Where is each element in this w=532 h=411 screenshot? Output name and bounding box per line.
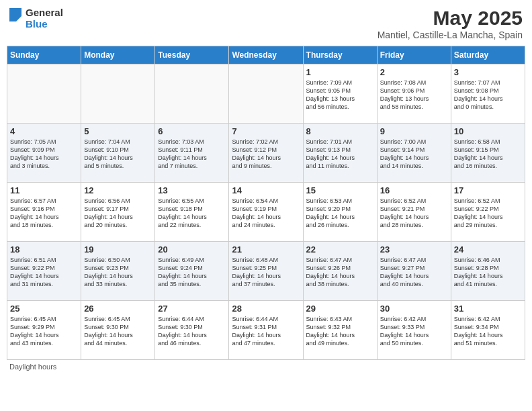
day-info: Sunrise: 7:03 AMSunset: 9:11 PMDaylight:… <box>158 138 226 171</box>
page-header: General Blue May 2025 Mantiel, Castille-… <box>7 7 525 40</box>
day-number: 11 <box>10 185 78 195</box>
day-number: 18 <box>10 244 78 255</box>
day-number: 7 <box>232 126 300 136</box>
calendar-cell <box>155 64 229 124</box>
day-number: 13 <box>158 185 226 195</box>
calendar-cell: 23Sunrise: 6:47 AMSunset: 9:27 PMDayligh… <box>377 242 451 301</box>
day-info: Sunrise: 7:09 AMSunset: 9:05 PMDaylight:… <box>306 79 374 111</box>
day-info: Sunrise: 6:48 AMSunset: 9:25 PMDaylight:… <box>232 256 300 289</box>
calendar-cell: 4Sunrise: 7:05 AMSunset: 9:09 PMDaylight… <box>7 124 81 183</box>
day-number: 5 <box>84 126 152 136</box>
calendar-cell: 13Sunrise: 6:55 AMSunset: 9:18 PMDayligh… <box>155 183 229 242</box>
day-number: 22 <box>306 244 374 255</box>
calendar-table: SundayMondayTuesdayWednesdayThursdayFrid… <box>7 46 525 360</box>
day-number: 16 <box>380 185 448 195</box>
calendar-cell: 12Sunrise: 6:56 AMSunset: 9:17 PMDayligh… <box>81 183 155 242</box>
day-of-week-header: Wednesday <box>229 46 303 64</box>
calendar-cell: 2Sunrise: 7:08 AMSunset: 9:06 PMDaylight… <box>377 64 451 124</box>
calendar-cell: 9Sunrise: 7:00 AMSunset: 9:14 PMDaylight… <box>377 124 451 183</box>
calendar-cell: 18Sunrise: 6:51 AMSunset: 9:22 PMDayligh… <box>7 242 81 301</box>
day-info: Sunrise: 6:53 AMSunset: 9:20 PMDaylight:… <box>306 197 374 230</box>
day-info: Sunrise: 6:46 AMSunset: 9:28 PMDaylight:… <box>454 256 522 289</box>
day-info: Sunrise: 6:45 AMSunset: 9:30 PMDaylight:… <box>84 315 152 348</box>
day-number: 4 <box>10 126 78 136</box>
day-number: 31 <box>454 304 522 314</box>
day-info: Sunrise: 6:42 AMSunset: 9:34 PMDaylight:… <box>454 315 522 348</box>
day-info: Sunrise: 6:52 AMSunset: 9:22 PMDaylight:… <box>454 197 522 230</box>
day-info: Sunrise: 6:57 AMSunset: 9:16 PMDaylight:… <box>10 197 78 230</box>
calendar-cell: 29Sunrise: 6:43 AMSunset: 9:32 PMDayligh… <box>303 301 377 360</box>
calendar-cell: 28Sunrise: 6:44 AMSunset: 9:31 PMDayligh… <box>229 301 303 360</box>
day-info: Sunrise: 6:42 AMSunset: 9:33 PMDaylight:… <box>380 315 448 348</box>
title-area: May 2025 Mantiel, Castille-La Mancha, Sp… <box>378 7 523 40</box>
calendar-cell: 5Sunrise: 7:04 AMSunset: 9:10 PMDaylight… <box>81 124 155 183</box>
day-info: Sunrise: 6:47 AMSunset: 9:27 PMDaylight:… <box>380 256 448 289</box>
calendar-cell: 11Sunrise: 6:57 AMSunset: 9:16 PMDayligh… <box>7 183 81 242</box>
day-number: 29 <box>306 304 374 314</box>
day-number: 10 <box>454 126 522 136</box>
day-info: Sunrise: 6:58 AMSunset: 9:15 PMDaylight:… <box>454 138 522 171</box>
calendar-cell: 7Sunrise: 7:02 AMSunset: 9:12 PMDaylight… <box>229 124 303 183</box>
day-info: Sunrise: 7:05 AMSunset: 9:09 PMDaylight:… <box>10 138 78 171</box>
logo: General Blue <box>9 7 63 30</box>
month-title: May 2025 <box>378 7 523 30</box>
day-of-week-header: Friday <box>377 46 451 64</box>
day-of-week-header: Monday <box>81 46 155 64</box>
day-number: 8 <box>306 126 374 136</box>
calendar-cell: 26Sunrise: 6:45 AMSunset: 9:30 PMDayligh… <box>81 301 155 360</box>
calendar-cell: 25Sunrise: 6:45 AMSunset: 9:29 PMDayligh… <box>7 301 81 360</box>
calendar-cell: 30Sunrise: 6:42 AMSunset: 9:33 PMDayligh… <box>377 301 451 360</box>
calendar-cell: 10Sunrise: 6:58 AMSunset: 9:15 PMDayligh… <box>451 124 525 183</box>
day-info: Sunrise: 6:56 AMSunset: 9:17 PMDaylight:… <box>84 197 152 230</box>
calendar-cell: 17Sunrise: 6:52 AMSunset: 9:22 PMDayligh… <box>451 183 525 242</box>
calendar-cell: 14Sunrise: 6:54 AMSunset: 9:19 PMDayligh… <box>229 183 303 242</box>
day-number: 28 <box>232 304 300 314</box>
day-info: Sunrise: 6:55 AMSunset: 9:18 PMDaylight:… <box>158 197 226 230</box>
calendar-cell <box>81 64 155 124</box>
calendar-cell: 3Sunrise: 7:07 AMSunset: 9:08 PMDaylight… <box>451 64 525 124</box>
day-info: Sunrise: 6:49 AMSunset: 9:24 PMDaylight:… <box>158 256 226 289</box>
day-info: Sunrise: 6:51 AMSunset: 9:22 PMDaylight:… <box>10 256 78 289</box>
calendar-cell: 27Sunrise: 6:44 AMSunset: 9:30 PMDayligh… <box>155 301 229 360</box>
day-info: Sunrise: 6:50 AMSunset: 9:23 PMDaylight:… <box>84 256 152 289</box>
day-number: 25 <box>10 304 78 314</box>
logo-general-text: General <box>26 7 63 18</box>
day-number: 17 <box>454 185 522 195</box>
day-of-week-header: Tuesday <box>155 46 229 64</box>
day-of-week-header: Sunday <box>7 46 81 64</box>
logo-flag-icon <box>9 8 23 28</box>
calendar-cell: 6Sunrise: 7:03 AMSunset: 9:11 PMDaylight… <box>155 124 229 183</box>
location-title: Mantiel, Castille-La Mancha, Spain <box>378 30 523 40</box>
day-number: 23 <box>380 244 448 255</box>
day-number: 15 <box>306 185 374 195</box>
day-number: 24 <box>454 244 522 255</box>
day-info: Sunrise: 7:08 AMSunset: 9:06 PMDaylight:… <box>380 79 448 111</box>
day-info: Sunrise: 7:07 AMSunset: 9:08 PMDaylight:… <box>454 79 522 111</box>
calendar-cell <box>229 64 303 124</box>
day-number: 14 <box>232 185 300 195</box>
calendar-cell: 16Sunrise: 6:52 AMSunset: 9:21 PMDayligh… <box>377 183 451 242</box>
calendar-cell: 8Sunrise: 7:01 AMSunset: 9:13 PMDaylight… <box>303 124 377 183</box>
day-number: 19 <box>84 244 152 255</box>
day-info: Sunrise: 7:02 AMSunset: 9:12 PMDaylight:… <box>232 138 300 171</box>
day-info: Sunrise: 6:52 AMSunset: 9:21 PMDaylight:… <box>380 197 448 230</box>
day-number: 30 <box>380 304 448 314</box>
day-info: Sunrise: 7:01 AMSunset: 9:13 PMDaylight:… <box>306 138 374 171</box>
day-number: 26 <box>84 304 152 314</box>
calendar-cell <box>7 64 81 124</box>
day-info: Sunrise: 6:43 AMSunset: 9:32 PMDaylight:… <box>306 315 374 348</box>
day-number: 1 <box>306 67 374 77</box>
day-info: Sunrise: 7:04 AMSunset: 9:10 PMDaylight:… <box>84 138 152 171</box>
day-of-week-header: Saturday <box>451 46 525 64</box>
day-info: Sunrise: 6:47 AMSunset: 9:26 PMDaylight:… <box>306 256 374 289</box>
footer-note: Daylight hours <box>7 363 525 371</box>
day-number: 2 <box>380 67 448 77</box>
calendar-cell: 21Sunrise: 6:48 AMSunset: 9:25 PMDayligh… <box>229 242 303 301</box>
logo-blue-text: Blue <box>26 18 63 30</box>
svg-marker-0 <box>9 8 21 21</box>
day-info: Sunrise: 6:44 AMSunset: 9:30 PMDaylight:… <box>158 315 226 348</box>
day-info: Sunrise: 7:00 AMSunset: 9:14 PMDaylight:… <box>380 138 448 171</box>
day-number: 3 <box>454 67 522 77</box>
calendar-cell: 24Sunrise: 6:46 AMSunset: 9:28 PMDayligh… <box>451 242 525 301</box>
calendar-cell: 31Sunrise: 6:42 AMSunset: 9:34 PMDayligh… <box>451 301 525 360</box>
